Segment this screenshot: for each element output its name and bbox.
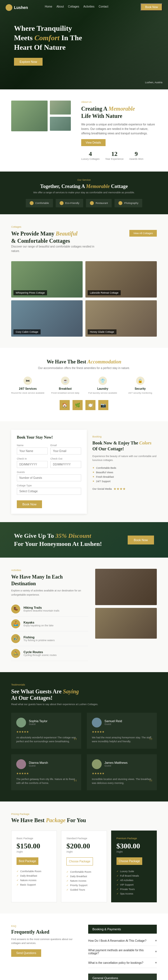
pricing-tag: Pricing Package bbox=[11, 813, 157, 815]
booking-feat-3: 24/7 Support bbox=[93, 479, 157, 484]
pricing-heading: We Have Best Package For You bbox=[11, 817, 157, 824]
banner-feat-2: Restaurant bbox=[86, 199, 112, 207]
acc-feat-desc-3: 24/7 security monitoring bbox=[123, 391, 157, 395]
nav-contact[interactable]: Contact bbox=[99, 5, 108, 8]
price-feat-p5: Spa Access bbox=[117, 891, 152, 896]
faq-general-title: General Questions bbox=[88, 974, 157, 980]
acc-feat-2: 👕 Laundry Full laundry service available bbox=[86, 377, 120, 395]
booking-feat-1: Beautiful Views bbox=[93, 470, 157, 475]
guests-label: Guests bbox=[17, 471, 81, 474]
feat-icon-3 bbox=[118, 201, 122, 205]
nav-about[interactable]: About bbox=[56, 5, 64, 8]
hero-location: Lushen, Austria bbox=[145, 81, 162, 84]
price-feat-p0: Luxury Suite bbox=[117, 869, 152, 873]
feat-icon-2 bbox=[90, 201, 94, 205]
discount-banner: We Give Up To 35% Discount For Your Hone… bbox=[0, 522, 168, 558]
booking-submit-btn[interactable]: Book Now bbox=[17, 500, 42, 508]
acc-feat-3: 🔒 Security 24/7 security monitoring bbox=[123, 377, 157, 395]
nav-activities[interactable]: Activities bbox=[83, 5, 94, 8]
faq-booking-q2[interactable]: What is the cancellation policy for book… bbox=[88, 958, 157, 968]
activity-1: 🚣 Kayaks Enjoy kayaking on the lake bbox=[11, 617, 88, 632]
price-btn-premium[interactable]: Choose Package bbox=[117, 858, 142, 865]
activity-content-2: Fishing Try fishing in pristine waters bbox=[24, 636, 54, 642]
testimonials-heading: See What Guests Are Saying At Our Cottag… bbox=[11, 688, 157, 701]
booking-feat-2: Fresh Breakfast bbox=[93, 475, 157, 479]
cottage-card-3[interactable]: Honey Glade Cottage bbox=[85, 300, 157, 337]
accommodation-section: We Have The Best Accommodation Our accom… bbox=[0, 348, 168, 421]
hero-heading: Where Tranquility Meets Comfort In The H… bbox=[14, 24, 82, 52]
about-image-sm1 bbox=[50, 100, 71, 115]
faq-booking-q0[interactable]: How Do I Book A Reservation At This Cott… bbox=[88, 936, 157, 946]
cottages-tag: Cottages bbox=[11, 226, 157, 228]
feat-icon-1 bbox=[60, 201, 64, 205]
name-input[interactable] bbox=[17, 447, 48, 455]
stat-experience: 12 Year Experience bbox=[105, 150, 124, 161]
checkin-input[interactable] bbox=[17, 461, 48, 468]
cottage-card-2[interactable]: Cozy Cabin Cottage bbox=[11, 300, 83, 337]
hero-content: Where Tranquility Meets Comfort In The H… bbox=[14, 24, 82, 65]
cottages-header: We Provide Many Beautiful & Comfortable … bbox=[11, 230, 157, 259]
test-avatar-img-3 bbox=[92, 759, 102, 769]
banner-feat-3: Photography bbox=[115, 199, 142, 207]
testimonial-1: Samuel Reid Guest ★★★★★ We had the most … bbox=[87, 713, 157, 749]
faq-right: Booking & Payments How Do I Book A Reser… bbox=[88, 925, 157, 980]
nav-cottages[interactable]: Cottages bbox=[68, 5, 79, 8]
checkin-field: Check In bbox=[17, 457, 48, 468]
discount-book-btn[interactable]: Book Now bbox=[128, 536, 154, 544]
test-avatar-info-1: Samuel Reid Guest bbox=[104, 719, 122, 725]
activity-image-1 bbox=[95, 569, 157, 605]
price-feat-s2: Nature Access bbox=[66, 878, 101, 883]
about-description: We provide a unique and comfortable expe… bbox=[81, 123, 157, 136]
acc-feat-desc-1: Fresh breakfast served daily bbox=[49, 391, 82, 395]
faq-tag: FAQ bbox=[11, 925, 80, 928]
about-tag: About Us bbox=[81, 100, 157, 103]
faq-title: Frequently Asked bbox=[11, 929, 80, 935]
faq-desc: Find answers to the most common question… bbox=[11, 937, 80, 945]
checkout-input[interactable] bbox=[50, 461, 81, 468]
cottage-label: Cottage Type bbox=[17, 484, 81, 487]
faq-booking-q1[interactable]: What payment methods are available for t… bbox=[88, 946, 157, 958]
about-view-btn[interactable]: View Details bbox=[81, 139, 106, 146]
nav-home[interactable]: Home bbox=[45, 5, 52, 8]
price-feat-s4: Guided Tours bbox=[66, 888, 101, 892]
about-stats: 4 Luxury Cottages 12 Year Experience 9 A… bbox=[81, 150, 157, 161]
faq-send-btn[interactable]: Send Questions bbox=[11, 949, 41, 957]
booking-info-tag: Booking bbox=[93, 435, 157, 438]
price-card-basic: Basic Package $150.00 /night Best Packag… bbox=[11, 830, 57, 902]
hero-book-button[interactable]: Book Now bbox=[141, 3, 162, 11]
cottage-card-1[interactable]: Lakeside Retreat Cottage bbox=[85, 261, 157, 298]
testimonials-section: Testimonials See What Guests Are Saying … bbox=[0, 672, 168, 802]
activity-icon-3: 🚴 bbox=[11, 649, 20, 658]
checkin-label: Check In bbox=[17, 457, 48, 460]
price-features-basic: Comfortable Room Daily Breakfast Nature … bbox=[16, 869, 51, 887]
acc-feat-icon-1: ☕ bbox=[61, 377, 69, 385]
email-input[interactable] bbox=[50, 447, 81, 455]
test-avatar-3: James Matthews Guest bbox=[92, 759, 152, 769]
price-feat-p1: Full Board Meals bbox=[117, 873, 152, 878]
acc-feat-1: ☕ Breakfast Fresh breakfast served daily bbox=[49, 377, 82, 395]
activities-heading: We Have Many In Each Destination bbox=[11, 574, 88, 587]
cottage-label-0: Whispering Pines Cottage bbox=[13, 290, 47, 295]
acc-icon-2: 🍽️ bbox=[85, 400, 96, 410]
cottage-input[interactable] bbox=[17, 488, 81, 495]
name-label: Name bbox=[17, 444, 48, 447]
social-label: Our Social Media bbox=[93, 487, 112, 490]
cottage-card-0[interactable]: Whispering Pines Cottage bbox=[11, 261, 83, 298]
testimonials-tag: Testimonials bbox=[11, 683, 157, 686]
cottage-label-2: Cozy Cabin Cottage bbox=[13, 329, 41, 334]
chevron-down-icon: ▾ bbox=[155, 961, 157, 965]
quote-icon-3: " bbox=[149, 778, 153, 787]
test-avatar-img-2 bbox=[16, 759, 26, 769]
price-btn-basic[interactable]: Best Package bbox=[16, 858, 38, 865]
faq-booking-title: Booking & Payments bbox=[88, 925, 157, 934]
guests-input[interactable] bbox=[17, 474, 81, 481]
price-feat-b3: Basic Support bbox=[16, 883, 51, 887]
about-text: About Us Creating A Memorable Life With … bbox=[81, 100, 157, 161]
test-avatar-info-2: Dianna Marsh Guest bbox=[29, 761, 48, 767]
dark-banner-section: Our Service Together, Creating A Memorab… bbox=[0, 172, 168, 214]
price-feat-p4: Private Tours bbox=[117, 887, 152, 891]
view-all-cottages-btn[interactable]: View All Cottages bbox=[130, 230, 157, 237]
price-btn-standard[interactable]: Choose Package bbox=[66, 858, 93, 865]
activity-icon-2: 🎣 bbox=[11, 634, 20, 643]
hero-cta-button[interactable]: Explore Now bbox=[14, 58, 43, 66]
